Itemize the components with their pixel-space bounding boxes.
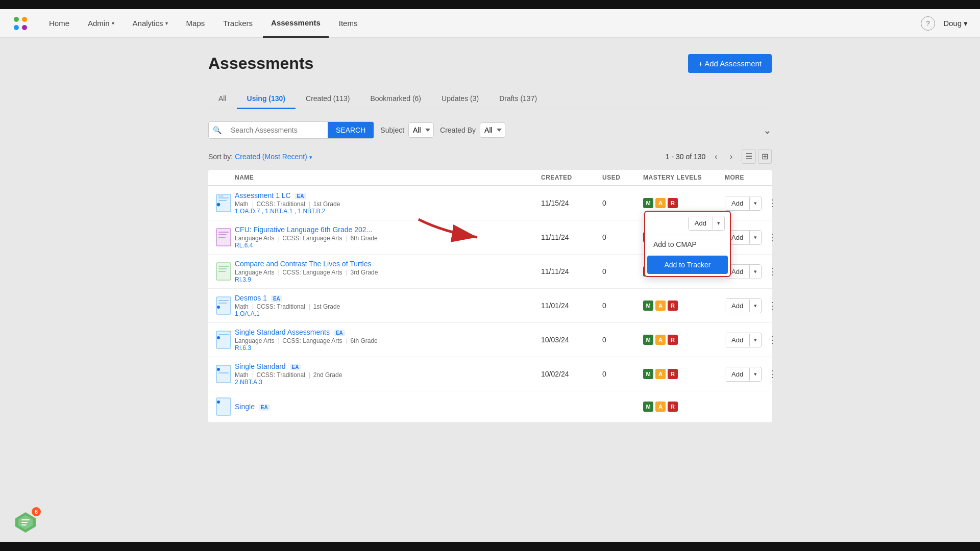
add-to-cmap-option[interactable]: Add to CMAP <box>645 235 730 254</box>
nav-item-analytics[interactable]: Analytics ▾ <box>125 9 176 38</box>
assessment-name-link[interactable]: CFU: Figurative Language 6th Grade 202..… <box>235 226 372 234</box>
add-main-button[interactable]: Add <box>725 367 749 381</box>
assessment-name-link[interactable]: Single Standard <box>235 362 286 370</box>
assessment-name-link[interactable]: Single <box>235 403 255 411</box>
mastery-badge-a: A <box>655 198 666 208</box>
svg-rect-10 <box>218 232 229 233</box>
add-dropdown-popup: Add ▾ Add to CMAP Add to Tracker <box>644 211 731 277</box>
created-by-select[interactable]: All <box>480 122 505 138</box>
nav-item-home[interactable]: Home <box>41 9 78 38</box>
row-standard[interactable]: 1.OA.D.7 , 1.NBT.A.1 , 1.NBT.B.2 <box>235 208 541 215</box>
row-standard[interactable]: 1.OA.A.1 <box>235 310 541 317</box>
assessment-name-link[interactable]: Desmos 1 <box>235 294 267 302</box>
nav-item-maps[interactable]: Maps <box>178 9 213 38</box>
tab-drafts[interactable]: Drafts (137) <box>489 89 547 109</box>
add-assessment-button[interactable]: + Add Assessment <box>688 54 772 73</box>
assessment-name-link[interactable]: Assessment 1 LC <box>235 191 291 199</box>
svg-rect-19 <box>218 303 227 304</box>
nav-item-admin[interactable]: Admin ▾ <box>80 9 122 38</box>
help-button[interactable]: ? <box>921 16 935 31</box>
add-dropdown-arrow[interactable]: ▾ <box>749 334 761 346</box>
search-input[interactable] <box>226 122 328 138</box>
user-name: Doug <box>943 19 962 28</box>
row-actions: Add ▾ ⋮ <box>725 332 766 347</box>
created-by-filter: Created By All <box>440 122 505 138</box>
nav-logo[interactable] <box>12 15 29 32</box>
row-standard[interactable]: RI.6.3 <box>235 344 541 352</box>
add-dropdown-arrow[interactable]: ▾ <box>749 368 761 381</box>
prev-page-button[interactable]: ‹ <box>712 151 720 162</box>
admin-chevron-icon: ▾ <box>112 20 114 26</box>
row-meta: Math | CCSS: Traditional | 2nd Grade <box>235 371 541 379</box>
row-created: 10/02/24 <box>541 370 602 378</box>
tab-updates[interactable]: Updates (3) <box>431 89 489 109</box>
more-options-button[interactable]: ⋮ <box>764 195 781 211</box>
tab-all[interactable]: All <box>208 89 237 109</box>
sort-chevron-icon: ▾ <box>309 154 312 160</box>
dropdown-add-main[interactable]: Add <box>689 216 713 230</box>
nav-item-trackers[interactable]: Trackers <box>215 9 261 38</box>
svg-rect-22 <box>218 334 229 335</box>
row-standard[interactable]: RI.3.9 <box>235 276 541 283</box>
add-split-button: Add ▾ <box>725 333 762 347</box>
page-header: Assessments + Add Assessment <box>208 54 772 73</box>
tab-bookmarked[interactable]: Bookmarked (6) <box>360 89 431 109</box>
next-page-button[interactable]: › <box>727 151 736 162</box>
assessment-name-link[interactable]: Compare and Contrast The Lives of Turtle… <box>235 260 371 268</box>
mastery-badge-a: A <box>655 335 666 345</box>
search-box: 🔍 SEARCH <box>208 121 374 139</box>
nav-user[interactable]: Doug ▾ <box>943 19 968 28</box>
svg-point-2 <box>14 25 19 30</box>
subject-select[interactable]: All <box>408 122 434 138</box>
add-to-tracker-option[interactable]: Add to Tracker <box>647 256 728 274</box>
dropdown-add-arrow[interactable]: ▾ <box>713 217 724 230</box>
add-dropdown-arrow[interactable]: ▾ <box>749 265 761 278</box>
svg-point-23 <box>217 336 220 339</box>
ea-badge: EA <box>334 330 345 336</box>
search-button[interactable]: SEARCH <box>328 122 374 138</box>
svg-point-28 <box>217 400 220 404</box>
expand-filters-button[interactable]: ⌄ <box>763 124 772 136</box>
svg-rect-6 <box>218 200 227 201</box>
row-name-col: CFU: Figurative Language 6th Grade 202..… <box>235 226 541 249</box>
row-assessment-icon <box>214 364 233 384</box>
row-used: 0 <box>602 370 643 378</box>
search-icon: 🔍 <box>209 126 226 134</box>
row-meta: Language Arts | CCSS: Language Arts | 3r… <box>235 269 541 276</box>
ea-badge: EA <box>290 364 301 370</box>
add-dropdown-arrow[interactable]: ▾ <box>749 299 761 312</box>
nav-item-items[interactable]: Items <box>331 9 366 38</box>
add-main-button[interactable]: Add <box>725 196 749 210</box>
more-options-button[interactable]: ⋮ <box>764 366 781 382</box>
add-dropdown-arrow[interactable]: ▾ <box>749 197 761 210</box>
assessment-name-link[interactable]: Single Standard Assessments <box>235 328 330 336</box>
tab-using[interactable]: Using (130) <box>237 89 296 109</box>
row-name-col: Assessment 1 LC EA Math | CCSS: Traditio… <box>235 191 541 215</box>
add-main-button[interactable]: Add <box>725 299 749 313</box>
add-main-button[interactable]: Add <box>725 333 749 347</box>
mastery-badge-m: M <box>643 402 653 412</box>
row-standard[interactable]: 2.NBT.A.3 <box>235 379 541 386</box>
table-row: Assessment 1 LC EA Math | CCSS: Traditio… <box>208 186 772 220</box>
more-options-button[interactable]: ⋮ <box>764 332 781 347</box>
more-options-button[interactable]: ⋮ <box>764 230 781 245</box>
pagination-controls: 1 - 30 of 130 ‹ › ☰ ⊞ <box>666 149 772 164</box>
nav-item-assessments[interactable]: Assessments <box>263 9 329 38</box>
row-standard[interactable]: RL.6.4 <box>235 242 541 249</box>
svg-rect-11 <box>218 234 227 235</box>
user-chevron-icon: ▾ <box>964 19 968 28</box>
svg-point-3 <box>22 25 27 30</box>
tab-created[interactable]: Created (113) <box>296 89 360 109</box>
row-used: 0 <box>602 302 643 310</box>
add-dropdown-arrow[interactable]: ▾ <box>749 231 761 244</box>
mastery-badge-r: R <box>668 369 678 379</box>
list-view-button[interactable]: ☰ <box>742 149 756 164</box>
main-content: Assessments + Add Assessment All Using (… <box>184 38 796 439</box>
more-options-button[interactable]: ⋮ <box>764 298 781 313</box>
row-used: 0 <box>602 233 643 241</box>
more-options-button[interactable]: ⋮ <box>764 264 781 279</box>
ea-badge: EA <box>259 404 270 411</box>
grid-view-button[interactable]: ⊞ <box>758 149 772 164</box>
sort-value[interactable]: Created (Most Recent) ▾ <box>235 153 312 161</box>
col-mastery: MASTERY LEVELS <box>643 174 725 181</box>
